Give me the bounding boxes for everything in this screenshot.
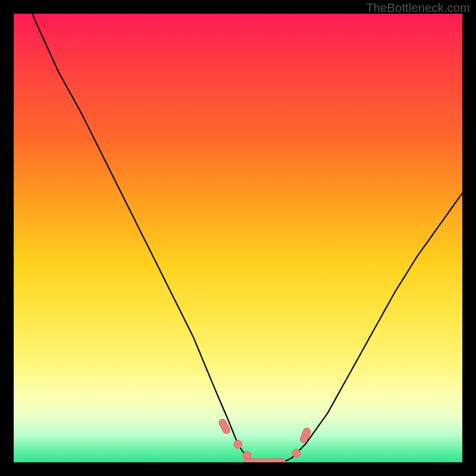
data-marker: [292, 449, 300, 458]
data-marker: [234, 440, 242, 449]
data-marker: [218, 418, 231, 435]
data-marker: [244, 459, 286, 462]
chart-svg: [14, 14, 462, 462]
chart-markers: [218, 418, 312, 462]
plot-area: [14, 14, 462, 462]
data-marker: [299, 427, 312, 444]
chart-frame: TheBottleneck.com: [0, 0, 476, 476]
watermark-text: TheBottleneck.com: [366, 1, 470, 15]
bottleneck-curve: [14, 14, 462, 462]
